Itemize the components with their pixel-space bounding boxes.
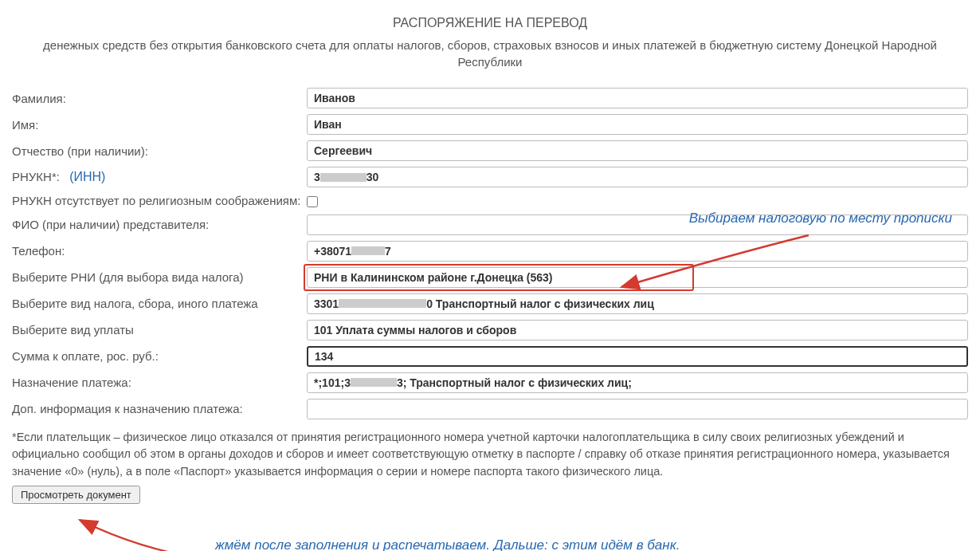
name-label: Имя: — [12, 118, 307, 132]
phone-input[interactable]: +380717 — [307, 241, 968, 262]
rni-label: Выберите РНИ (для выбора вида налога) — [12, 270, 307, 284]
phone-label: Телефон: — [12, 244, 307, 258]
rnukn-label: РНУКН*: (ИНН) — [12, 170, 307, 184]
annotation-bottom: жмём после заполнения и распечатываем. Д… — [215, 537, 968, 551]
annotation-top: Выбираем налоговую по месту прописки — [689, 211, 952, 226]
rni-select[interactable] — [307, 267, 968, 288]
rnukn-absent-label: РНУКН отсутствует по религиозным соображ… — [12, 193, 307, 209]
patronymic-input[interactable] — [307, 140, 968, 161]
preview-document-button[interactable]: Просмотреть документ — [12, 486, 140, 504]
tax-type-select[interactable]: 33010 Транспортный налог с физических ли… — [307, 293, 968, 314]
additional-input[interactable] — [307, 399, 968, 419]
payment-type-select[interactable] — [307, 320, 968, 340]
surname-label: Фамилия: — [12, 92, 307, 105]
surname-input[interactable] — [307, 88, 968, 108]
additional-label: Доп. информация к назначению платежа: — [12, 402, 307, 415]
purpose-label: Назначение платежа: — [12, 376, 307, 389]
footnote-text: *Если плательщик – физическое лицо отказ… — [12, 429, 968, 481]
rnukn-absent-checkbox[interactable] — [307, 196, 318, 207]
payment-type-label: Выберите вид уплаты — [12, 323, 307, 337]
patronymic-label: Отчество (при наличии): — [12, 144, 307, 158]
purpose-input[interactable]: *;101;33; Транспортный налог с физически… — [307, 372, 968, 393]
page-title: РАСПОРЯЖЕНИЕ НА ПЕРЕВОД — [12, 16, 968, 30]
representative-label: ФИО (при наличии) представителя: — [12, 218, 307, 231]
inn-annotation: (ИНН) — [69, 170, 105, 183]
amount-label: Сумма к оплате, рос. руб.: — [12, 349, 307, 363]
amount-input[interactable] — [307, 346, 968, 367]
rnukn-input[interactable]: 330 — [307, 167, 968, 187]
page-subtitle: денежных средств без открытия банковског… — [12, 37, 968, 70]
name-input[interactable] — [307, 114, 968, 135]
tax-type-label: Выберите вид налога, сбора, иного платеж… — [12, 297, 307, 310]
